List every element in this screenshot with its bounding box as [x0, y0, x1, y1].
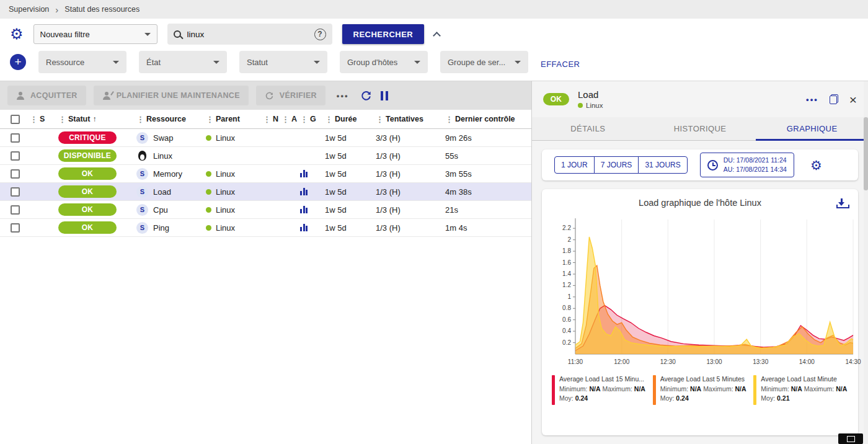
graph-icon[interactable] [300, 224, 308, 231]
chevron-right-icon: › [55, 5, 58, 14]
graph-settings-gear-icon[interactable]: ⚙ [810, 159, 822, 172]
check-label: VÉRIFIER [280, 91, 317, 100]
tries-cell: 1/3 (H) [373, 151, 443, 161]
row-checkbox[interactable] [11, 205, 20, 215]
service-icon: S [136, 168, 148, 180]
person-wrench-icon [102, 92, 111, 100]
settings-gear-icon[interactable]: ⚙ [10, 27, 24, 42]
date-range-picker[interactable]: DU: 17/08/2021 11:24 AU: 17/08/2021 14:3… [700, 153, 794, 177]
col-duration[interactable]: Durée [335, 115, 356, 123]
row-checkbox[interactable] [11, 133, 20, 143]
search-button[interactable]: RECHERCHER [342, 24, 425, 44]
last-check-cell: 3m 55s [443, 169, 531, 179]
host-status-dot [206, 207, 211, 213]
col-tries[interactable]: Tentatives [386, 115, 423, 123]
col-graph[interactable]: G [310, 115, 316, 123]
range-31days-button[interactable]: 31 JOURS [638, 156, 687, 174]
refresh-list-icon[interactable] [360, 90, 372, 102]
table-row[interactable]: CRITIQUE SSwap Linux 1w 5d 3/3 (H) 9m 26… [0, 129, 531, 147]
svg-text:1.2: 1.2 [562, 282, 571, 288]
range-7days-button[interactable]: 7 JOURS [594, 156, 639, 174]
legend-item-load15[interactable]: Average Load Last 15 Minu... Minimum: N/… [552, 375, 647, 405]
table-row[interactable]: OK SMemory Linux 1w 5d 1/3 (H) 3m 55s [0, 165, 531, 183]
table-row[interactable]: OK SPing Linux 1w 5d 1/3 (H) 1m 4s [0, 219, 531, 237]
status-badge: OK [58, 203, 117, 216]
column-menu-icon[interactable]: ⋮ [136, 115, 144, 124]
graph-icon[interactable] [300, 170, 308, 177]
range-1day-button[interactable]: 1 JOUR [554, 156, 595, 174]
add-filter-icon[interactable]: + [10, 54, 26, 70]
col-last-check[interactable]: Dernier contrôle [455, 115, 515, 123]
col-notes[interactable]: N [273, 115, 278, 123]
resource-name[interactable]: Linux [153, 151, 172, 161]
column-menu-icon[interactable]: ⋮ [30, 115, 38, 124]
tab-graph[interactable]: GRAPHIQUE [756, 117, 868, 140]
resource-name[interactable]: Swap [153, 133, 174, 143]
chevron-down-icon [113, 61, 119, 64]
close-icon[interactable]: × [849, 93, 857, 106]
dropdown-state[interactable]: État [139, 51, 227, 73]
resource-name[interactable]: Memory [153, 169, 182, 179]
tab-history[interactable]: HISTORIQUE [644, 117, 756, 140]
collapse-filters-icon[interactable] [433, 32, 441, 40]
pause-icon[interactable] [381, 91, 388, 100]
search-input[interactable] [187, 30, 308, 39]
col-status[interactable]: Statut [68, 115, 90, 123]
scrollbar-thumb[interactable] [864, 117, 868, 190]
saved-filter-select[interactable]: Nouveau filtre [33, 24, 157, 44]
column-menu-icon[interactable]: ⋮ [281, 115, 290, 124]
dropdown-label: État [146, 58, 161, 67]
table-row[interactable]: DISPONIBLE Linux 1w 5d 1/3 (H) 55s [0, 147, 531, 165]
row-checkbox[interactable] [11, 187, 20, 197]
clear-filters-button[interactable]: EFFACER [541, 60, 580, 69]
column-menu-icon[interactable]: ⋮ [445, 115, 453, 124]
legend-item-load1[interactable]: Average Load Last Minute Minimum: N/A Ma… [753, 375, 848, 405]
svg-text:1.8: 1.8 [562, 247, 571, 254]
column-menu-icon[interactable]: ⋮ [325, 115, 333, 124]
search-box[interactable]: ? [167, 24, 332, 45]
table-row[interactable]: OK SCpu Linux 1w 5d 1/3 (H) 21s [0, 201, 531, 219]
sort-up-icon[interactable]: ↑ [92, 115, 96, 123]
col-resource[interactable]: Ressource [146, 115, 186, 123]
table-row-selected[interactable]: OK SLoad Linux 1w 5d 1/3 (H) 4m 38s [0, 183, 531, 201]
tab-details[interactable]: DÉTAILS [532, 117, 644, 140]
column-menu-icon[interactable]: ⋮ [58, 115, 66, 124]
breadcrumb-section[interactable]: Supervision [9, 5, 49, 14]
col-ack[interactable]: A [291, 115, 297, 123]
panel-scrollbar[interactable] [864, 81, 868, 444]
resource-name[interactable]: Ping [153, 223, 169, 233]
column-menu-icon[interactable]: ⋮ [300, 115, 308, 124]
tries-cell: 1/3 (H) [373, 205, 443, 215]
row-checkbox[interactable] [11, 151, 20, 161]
dropdown-servicegroup[interactable]: Groupe de ser... [440, 51, 528, 73]
duration-cell: 1w 5d [322, 223, 373, 233]
help-icon[interactable]: ? [314, 29, 326, 40]
column-menu-icon[interactable]: ⋮ [263, 115, 271, 124]
resource-name[interactable]: Cpu [153, 205, 168, 215]
row-checkbox[interactable] [11, 223, 20, 233]
col-parent[interactable]: Parent [216, 115, 240, 123]
col-severity[interactable]: S [40, 115, 45, 123]
row-checkbox[interactable] [11, 169, 20, 179]
status-badge: OK [58, 185, 117, 198]
dropdown-label: Group d'hôtes [347, 58, 397, 67]
svg-text:1.4: 1.4 [562, 270, 571, 277]
dropdown-hostgroup[interactable]: Group d'hôtes [340, 51, 428, 73]
check-button[interactable]: VÉRIFIER [256, 86, 326, 105]
acknowledge-button[interactable]: ACQUITTER [7, 86, 86, 105]
copy-icon[interactable] [830, 94, 838, 104]
legend-item-load5[interactable]: Average Load Last 5 Minutes Minimum: N/A… [653, 375, 748, 405]
download-icon[interactable] [836, 198, 847, 208]
resource-name[interactable]: Load [153, 187, 171, 197]
panel-more-icon[interactable]: ••• [806, 95, 818, 104]
select-all-checkbox[interactable] [11, 115, 20, 124]
graph-icon[interactable] [300, 188, 308, 195]
column-menu-icon[interactable]: ⋮ [376, 115, 384, 124]
column-menu-icon[interactable]: ⋮ [206, 115, 214, 124]
graph-icon[interactable] [300, 206, 308, 213]
dropdown-resource[interactable]: Ressource [38, 51, 126, 73]
more-actions-icon[interactable]: ••• [333, 91, 353, 100]
maintenance-button[interactable]: PLANIFIER UNE MAINTENANCE [94, 86, 249, 105]
clock-icon [707, 160, 718, 171]
dropdown-status[interactable]: Statut [239, 51, 327, 73]
